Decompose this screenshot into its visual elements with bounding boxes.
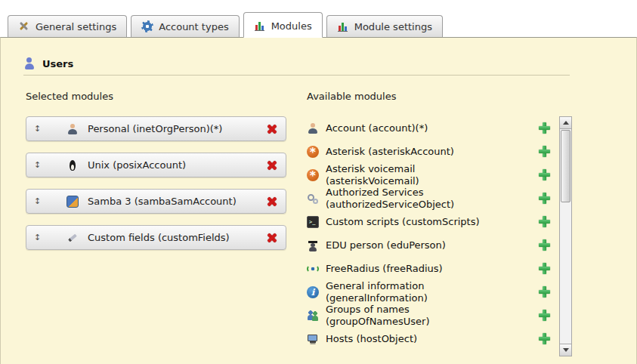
- available-module-label: General information (generalInformation): [326, 280, 506, 304]
- chart-icon: [254, 20, 266, 32]
- asterisk-icon: [307, 146, 319, 158]
- section-title: Users: [42, 58, 73, 69]
- tab[interactable]: General settings: [8, 15, 127, 38]
- add-module-icon[interactable]: [539, 286, 550, 298]
- group-icon: [307, 310, 319, 322]
- gear-icon: [141, 20, 153, 32]
- up-triangle-icon: [563, 121, 569, 125]
- available-module-label: Groups of names (groupOfNamesUser): [326, 304, 506, 327]
- tab-bar: General settings Account types Modules M…: [0, 0, 637, 37]
- selected-module-row[interactable]: Personal (inetOrgPerson)(*): [26, 116, 286, 141]
- available-module-row: Authorized Services (authorizedServiceOb…: [307, 187, 556, 210]
- available-modules-list: Account (account)(*) Asterisk (asteriskA…: [307, 116, 556, 356]
- edu-icon: [307, 239, 319, 251]
- samba-icon: [66, 196, 79, 208]
- available-module-row: General information (generalInformation): [307, 280, 556, 304]
- host-icon: [307, 333, 319, 345]
- available-module-row: Hosts (hostObject): [307, 327, 556, 350]
- available-module-label: EDU person (eduPerson): [326, 239, 446, 251]
- available-module-label: Asterisk voicemail (asteriskVoicemail): [326, 163, 506, 187]
- available-modules-heading: Available modules: [307, 91, 586, 102]
- tab[interactable]: Module settings: [326, 15, 443, 38]
- available-module-row: FreeRadius (freeRadius): [307, 257, 556, 280]
- section-header: Users: [23, 57, 614, 69]
- tab-label: Account types: [159, 21, 228, 32]
- available-module-row: EDU person (eduPerson): [307, 233, 556, 257]
- down-triangle-icon: [563, 348, 569, 352]
- selected-module-row[interactable]: Unix (posixAccount): [26, 153, 286, 177]
- available-modules-scrollbar[interactable]: [559, 116, 572, 356]
- remove-module-icon[interactable]: [266, 159, 278, 171]
- person-icon: [66, 123, 79, 135]
- scroll-up-button[interactable]: [560, 117, 571, 129]
- available-module-label: Asterisk (asteriskAccount): [326, 146, 454, 157]
- tab[interactable]: Modules: [243, 12, 323, 38]
- selected-modules-heading: Selected modules: [26, 91, 287, 102]
- module-columns: Selected modules Personal (inetOrgPerson…: [26, 91, 636, 356]
- tab[interactable]: Account types: [131, 15, 239, 38]
- available-module-row: Groups of names (groupOfNamesUser): [307, 304, 556, 327]
- add-module-icon[interactable]: [539, 122, 550, 134]
- selected-modules-column: Selected modules Personal (inetOrgPerson…: [26, 91, 287, 356]
- remove-module-icon[interactable]: [266, 123, 278, 135]
- selected-module-row[interactable]: Custom fields (customFields): [26, 225, 286, 250]
- selected-module-label: Personal (inetOrgPerson)(*): [88, 123, 222, 134]
- add-module-icon[interactable]: [539, 263, 550, 274]
- available-module-row: Custom scripts (customScripts): [307, 210, 556, 233]
- drag-handle-icon[interactable]: [34, 124, 44, 134]
- add-module-icon[interactable]: [539, 333, 550, 344]
- info-icon: [307, 286, 319, 298]
- selected-module-label: Unix (posixAccount): [88, 159, 186, 171]
- available-module-label: Authorized Services (authorizedServiceOb…: [326, 187, 506, 210]
- asterisk-icon: [307, 169, 319, 181]
- add-module-icon[interactable]: [539, 193, 550, 204]
- available-modules-column: Available modules Account (account)(*): [307, 91, 586, 356]
- available-module-row: Asterisk (asteriskAccount): [307, 140, 556, 163]
- add-module-icon[interactable]: [539, 239, 550, 251]
- tools-icon: [18, 20, 30, 32]
- available-module-label: Hosts (hostObject): [326, 333, 417, 344]
- radius-icon: [307, 263, 319, 275]
- available-module-label: FreeRadius (freeRadius): [326, 263, 443, 274]
- pencil-icon: [66, 232, 79, 244]
- tab-label: Modules: [271, 20, 312, 32]
- tab-label: Module settings: [354, 21, 432, 32]
- available-module-row: Asterisk voicemail (asteriskVoicemail): [307, 163, 556, 187]
- add-module-icon[interactable]: [539, 216, 550, 227]
- selected-modules-list: Personal (inetOrgPerson)(*) Unix (posixA…: [26, 116, 287, 250]
- content-area: Users Selected modules Personal (inetOrg…: [0, 37, 637, 364]
- drag-handle-icon[interactable]: [34, 196, 44, 206]
- available-module-label: Account (account)(*): [326, 122, 428, 134]
- remove-module-icon[interactable]: [266, 196, 278, 208]
- selected-module-row[interactable]: Samba 3 (sambaSamAccount): [26, 189, 286, 214]
- selected-module-label: Samba 3 (sambaSamAccount): [88, 196, 237, 207]
- drag-handle-icon[interactable]: [34, 233, 44, 242]
- available-module-label: Custom scripts (customScripts): [326, 216, 480, 227]
- gears-icon: [307, 193, 319, 205]
- person-icon: [307, 122, 319, 134]
- available-modules-wrap: Account (account)(*) Asterisk (asteriskA…: [307, 116, 586, 356]
- drag-handle-icon[interactable]: [34, 160, 44, 170]
- available-module-row: Account (account)(*): [307, 116, 556, 140]
- lam-configuration-page: General settings Account types Modules M…: [0, 0, 637, 364]
- tab-label: General settings: [36, 21, 116, 32]
- scrollbar-thumb[interactable]: [561, 130, 571, 202]
- add-module-icon[interactable]: [539, 146, 550, 157]
- script-icon: [307, 216, 319, 228]
- users-icon: [23, 57, 36, 69]
- tux-icon: [66, 159, 79, 171]
- selected-module-label: Custom fields (customFields): [88, 232, 230, 243]
- scroll-down-button[interactable]: [560, 344, 571, 356]
- chart-icon: [337, 20, 349, 32]
- remove-module-icon[interactable]: [266, 232, 278, 244]
- section-divider: [23, 75, 570, 76]
- add-module-icon[interactable]: [539, 310, 550, 321]
- add-module-icon[interactable]: [539, 169, 550, 180]
